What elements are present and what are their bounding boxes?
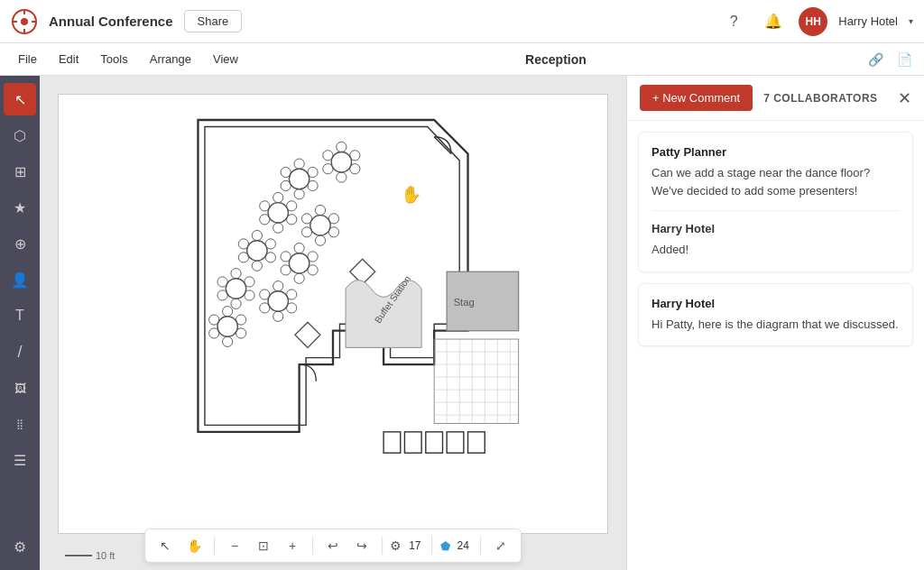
fit-page-btn[interactable]: ⊡ [251,533,276,558]
tool-star[interactable]: ★ [4,191,36,224]
tool-group[interactable]: ⣿ [4,408,36,440]
scale-indicator: 10 ft [65,550,115,561]
main-content: ↖ ⬡ ⊞ ★ ⊕ 👤 T / 🖼 ⣿ ☰ ⚙ [0,76,924,570]
link-icon[interactable]: 🔗 [863,47,888,72]
tool-table[interactable]: ⊞ [4,155,36,188]
svg-rect-94 [447,432,464,453]
svg-rect-93 [426,432,443,453]
svg-text:Stag: Stag [454,297,475,308]
reply-author: Harry Hotel [651,222,900,235]
menu-arrange[interactable]: Arrange [139,43,202,76]
tool-image[interactable]: 🖼 [4,372,36,404]
help-icon[interactable]: ? [719,7,748,36]
svg-point-26 [287,215,297,225]
svg-point-13 [294,189,304,199]
app-logo [11,8,38,35]
svg-point-54 [245,290,254,300]
svg-point-14 [281,180,291,190]
tool-list[interactable]: ☰ [4,444,36,476]
redo-btn[interactable]: ↪ [349,533,374,558]
topbar: Annual Conference Share ? 🔔 HH Harry Hot… [0,0,924,43]
tool-person[interactable]: 👤 [4,263,36,296]
close-panel-button[interactable]: ✕ [898,88,911,108]
svg-point-39 [265,239,275,249]
tool-text[interactable]: T [4,299,36,332]
menu-tools[interactable]: Tools [89,43,138,76]
expand-btn[interactable]: ⤢ [488,533,513,558]
notifications-icon[interactable]: 🔔 [759,7,788,36]
new-comment-button[interactable]: + New Comment [640,85,753,111]
svg-point-16 [331,152,351,172]
scale-label: 10 ft [96,550,115,561]
svg-point-41 [252,261,262,271]
comments-panel: + New Comment 7 COLLABORATORS ✕ Patty Pl… [626,76,924,570]
tool-line[interactable]: / [4,336,36,368]
svg-point-65 [217,317,237,336]
tool-shapes[interactable]: ⬡ [4,119,36,152]
page-title: Reception [249,52,863,67]
svg-point-63 [260,303,270,313]
svg-point-24 [273,192,283,202]
svg-point-68 [236,328,246,338]
svg-point-70 [209,328,219,338]
svg-marker-73 [295,322,320,347]
svg-point-46 [308,252,318,262]
svg-point-29 [260,201,270,211]
comment-text: Hi Patty, here is the diagram that we di… [651,316,900,334]
export-icon[interactable]: 📄 [892,47,917,72]
undo-btn[interactable]: ↩ [320,533,346,558]
menu-view[interactable]: View [202,43,249,76]
menubar: File Edit Tools Arrange View Reception 🔗… [0,43,924,76]
svg-point-43 [238,239,248,249]
blue-number: 24 [454,539,473,552]
cursor-tool-btn[interactable]: ↖ [152,533,178,558]
svg-point-53 [245,277,254,287]
comments-header: + New Comment 7 COLLABORATORS ✕ [627,76,924,121]
comment-reply: Harry Hotel Added! [651,210,900,259]
tool-settings[interactable]: ⚙ [4,530,36,563]
svg-point-27 [273,223,283,233]
svg-point-22 [323,151,333,161]
avatar[interactable]: HH [799,7,827,36]
svg-line-8 [434,137,451,154]
svg-point-18 [350,151,360,161]
svg-point-34 [315,235,325,245]
user-name: Harry Hotel [838,14,898,28]
svg-point-17 [337,142,346,152]
svg-point-40 [265,253,275,262]
share-button[interactable]: Share [184,10,243,32]
svg-point-58 [268,291,288,311]
tool-smart[interactable]: ⊕ [4,227,36,260]
zoom-out-btn[interactable]: − [222,533,247,558]
zoom-in-btn[interactable]: + [280,533,305,558]
comment-text: Can we add a stage near the dance floor?… [651,164,900,199]
menu-file[interactable]: File [7,43,48,76]
comment-thread: Harry Hotel Hi Patty, here is the diagra… [638,283,913,347]
svg-point-21 [323,164,333,174]
canvas[interactable]: Buffet Station Stag [58,94,608,534]
comments-list: Patty Planner Can we add a stage near th… [627,121,924,570]
settings-number: 17 [405,539,424,552]
svg-point-19 [350,164,360,174]
tool-select[interactable]: ↖ [4,83,36,115]
svg-point-50 [281,252,291,262]
svg-point-52 [231,269,241,279]
canvas-area[interactable]: Buffet Station Stag [40,76,626,570]
hand-tool-btn[interactable]: ✋ [181,533,207,558]
svg-point-60 [287,290,297,299]
svg-point-35 [301,227,311,237]
svg-point-55 [231,299,241,308]
svg-rect-95 [468,432,485,453]
svg-point-51 [226,279,245,299]
chevron-down-icon[interactable]: ▾ [909,16,913,26]
app-title: Annual Conference [49,14,173,29]
svg-point-28 [260,215,270,225]
menu-edit[interactable]: Edit [48,43,89,76]
svg-point-61 [287,303,297,313]
svg-point-15 [281,167,291,177]
settings-icon: ⚙ [390,538,402,553]
svg-point-36 [301,214,311,224]
svg-point-48 [294,273,304,283]
svg-point-23 [268,203,288,223]
svg-point-20 [337,172,346,182]
